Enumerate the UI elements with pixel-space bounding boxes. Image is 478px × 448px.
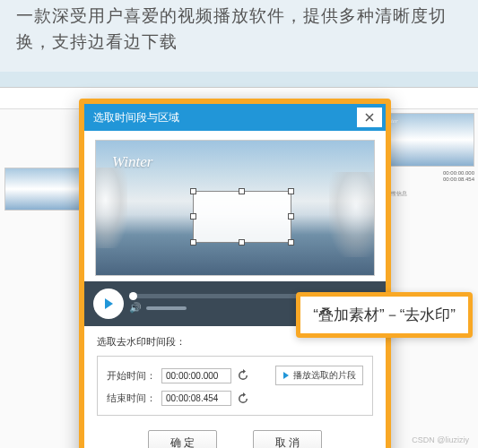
play-selection-button[interactable]: 播放选取的片段 xyxy=(275,366,363,385)
resize-handle-l[interactable] xyxy=(190,213,196,220)
play-button[interactable] xyxy=(93,289,124,319)
cancel-button[interactable]: 取 消 xyxy=(253,430,322,448)
end-time-input[interactable] xyxy=(161,391,231,406)
progress-thumb[interactable] xyxy=(129,292,137,300)
volume-icon[interactable]: 🔊 xyxy=(129,302,142,314)
video-preview[interactable]: Winter xyxy=(95,140,375,276)
scene-tree-left xyxy=(96,168,127,248)
dialog-title: 选取时间段与区域 xyxy=(93,110,357,125)
bg-left-panel xyxy=(0,109,85,448)
resize-handle-r[interactable] xyxy=(288,213,294,220)
close-icon xyxy=(365,113,374,122)
dialog-titlebar: 选取时间段与区域 xyxy=(84,104,386,131)
preview-overlay-text: Winter xyxy=(112,153,152,171)
start-time-label: 开始时间： xyxy=(107,369,156,383)
progress-bar[interactable] xyxy=(129,294,298,298)
close-button[interactable] xyxy=(357,108,382,127)
resize-handle-tl[interactable] xyxy=(190,188,196,194)
tutorial-callout: “叠加素材”－“去水印” xyxy=(296,292,473,338)
selection-rectangle[interactable] xyxy=(193,191,291,243)
play-small-icon xyxy=(282,372,290,379)
reset-start-icon[interactable] xyxy=(237,369,249,382)
select-time-region-dialog: 选取时间段与区域 Winter xyxy=(79,99,391,448)
watermark-text: CSDN @liuziziy xyxy=(412,435,469,444)
scene-tree-right xyxy=(329,172,374,257)
time-inputs-box: 开始时间： 播放选取的片段 结束时间： xyxy=(97,356,373,416)
volume-slider[interactable] xyxy=(146,306,187,310)
resize-handle-bl[interactable] xyxy=(190,239,196,246)
resize-handle-tr[interactable] xyxy=(288,188,294,194)
resize-handle-t[interactable] xyxy=(239,188,245,194)
dialog-buttons: 确 定 取 消 xyxy=(97,428,373,448)
ok-button[interactable]: 确 定 xyxy=(148,430,217,448)
bg-titlebar xyxy=(0,72,478,88)
end-time-label: 结束时间： xyxy=(107,392,156,405)
time-range-section: 选取去水印时间段： 开始时间： 播放选取的片段 结束时间： 确 定 取 消 xyxy=(84,326,386,448)
start-time-input[interactable] xyxy=(161,368,231,383)
preview-area: Winter xyxy=(84,131,386,281)
play-selection-label: 播放选取的片段 xyxy=(293,369,356,382)
play-icon xyxy=(102,297,115,310)
resize-handle-br[interactable] xyxy=(288,239,294,246)
reset-end-icon[interactable] xyxy=(237,392,249,405)
bg-thumbnail xyxy=(4,168,80,211)
article-description: 一款深受用户喜爱的视频播放软件，提供多种清晰度切换，支持边看边下载 xyxy=(16,4,469,55)
resize-handle-b[interactable] xyxy=(239,239,245,246)
